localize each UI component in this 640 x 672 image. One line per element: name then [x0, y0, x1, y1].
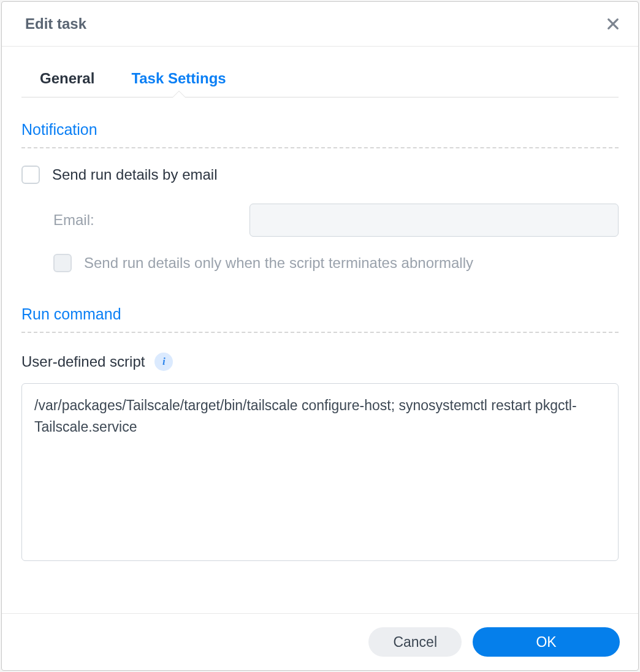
info-icon[interactable]: i: [154, 353, 173, 371]
notification-section-title: Notification: [21, 121, 619, 148]
tab-general[interactable]: General: [21, 63, 113, 97]
run-command-section: Run command User-defined script i: [21, 305, 619, 563]
script-label-row: User-defined script i: [21, 353, 619, 371]
tab-task-settings[interactable]: Task Settings: [113, 63, 244, 97]
email-input[interactable]: [250, 204, 619, 237]
email-row: Email:: [53, 204, 619, 237]
abnormal-label: Send run details only when the script te…: [84, 254, 473, 272]
script-label: User-defined script: [21, 353, 145, 370]
abnormal-row: Send run details only when the script te…: [53, 254, 619, 272]
tabs: General Task Settings: [21, 63, 619, 97]
send-details-row: Send run details by email: [21, 166, 619, 184]
cancel-button[interactable]: Cancel: [368, 627, 462, 657]
send-details-checkbox[interactable]: [21, 166, 40, 184]
notification-section: Notification Send run details by email E…: [21, 121, 619, 272]
close-icon[interactable]: [606, 17, 620, 31]
ok-button[interactable]: OK: [473, 627, 620, 657]
script-textarea[interactable]: [21, 383, 619, 561]
email-label: Email:: [53, 212, 250, 229]
dialog-title: Edit task: [25, 15, 86, 32]
edit-task-dialog: Edit task General Task Settings Notifica…: [1, 1, 639, 671]
send-details-label: Send run details by email: [52, 166, 217, 183]
abnormal-checkbox: [53, 254, 72, 272]
dialog-header: Edit task: [2, 2, 638, 47]
dialog-footer: Cancel OK: [2, 613, 638, 670]
dialog-body: General Task Settings Notification Send …: [2, 47, 638, 613]
run-command-section-title: Run command: [21, 305, 619, 333]
